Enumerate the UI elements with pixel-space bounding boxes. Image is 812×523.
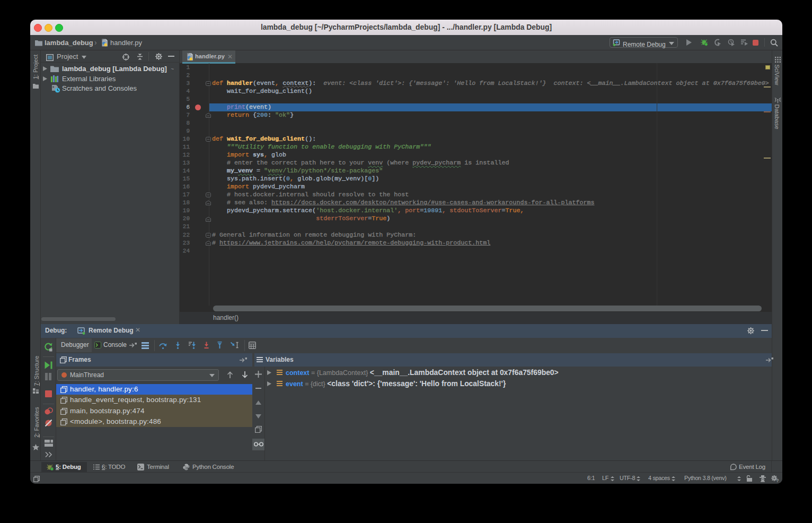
svg-text:?: ? bbox=[776, 478, 779, 483]
